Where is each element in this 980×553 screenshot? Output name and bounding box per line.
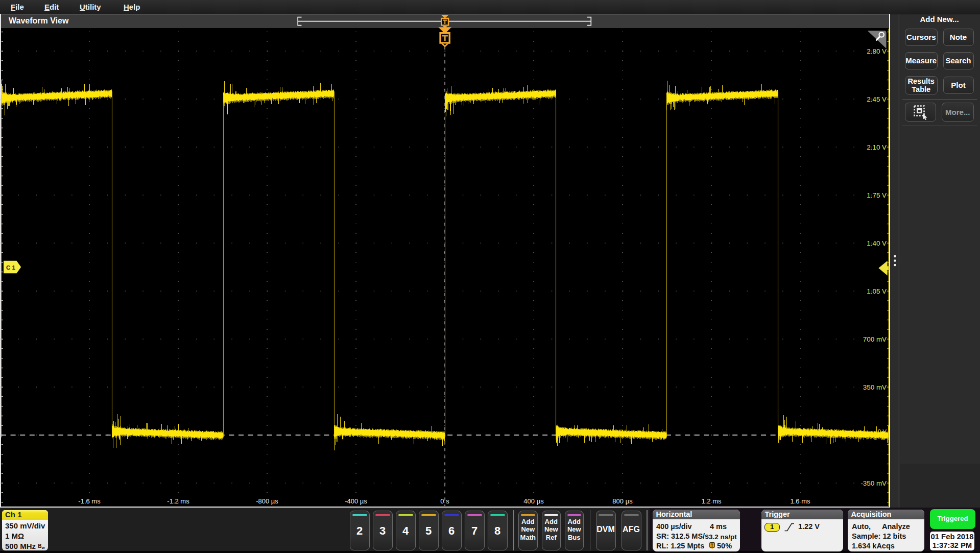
- svg-text:1.40 V: 1.40 V: [867, 239, 887, 247]
- svg-text:-350 mV: -350 mV: [861, 479, 887, 487]
- svg-text:700 mV: 700 mV: [863, 335, 887, 343]
- svg-text:2.10 V: 2.10 V: [867, 143, 887, 151]
- svg-text:-1.2 ms: -1.2 ms: [167, 497, 189, 505]
- svg-text:1.75 V: 1.75 V: [867, 191, 887, 199]
- svg-text:-400 µs: -400 µs: [345, 497, 367, 505]
- svg-text:1.2 ms: 1.2 ms: [701, 497, 722, 505]
- svg-text:800 µs: 800 µs: [612, 497, 633, 505]
- svg-text:0 s: 0 s: [440, 497, 449, 505]
- svg-text:-1.6 ms: -1.6 ms: [78, 497, 101, 505]
- svg-text:400 µs: 400 µs: [523, 497, 544, 505]
- svg-text:2.45 V: 2.45 V: [867, 95, 887, 103]
- svg-text:1.05 V: 1.05 V: [867, 287, 887, 295]
- svg-text:2.80 V: 2.80 V: [867, 47, 887, 55]
- svg-text:-800 µs: -800 µs: [256, 497, 278, 505]
- svg-text:1.6 ms: 1.6 ms: [790, 497, 810, 505]
- svg-text:0 V: 0 V: [878, 428, 887, 435]
- svg-text:350 mV: 350 mV: [863, 383, 887, 391]
- svg-text:C 1: C 1: [6, 265, 16, 271]
